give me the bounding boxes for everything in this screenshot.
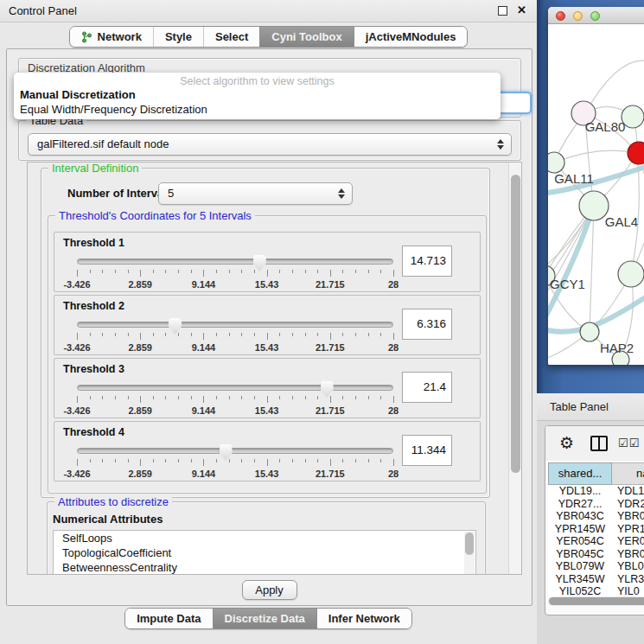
table-row[interactable]: YBR043CYBR0: [548, 510, 644, 523]
table-row[interactable]: YDR27...YDR2: [548, 498, 644, 511]
close-icon[interactable]: ✕: [517, 3, 526, 16]
node-label: GAL11: [554, 171, 594, 186]
tab-impute-data[interactable]: Impute Data: [125, 609, 212, 628]
minimize-traffic-light-icon[interactable]: [573, 11, 583, 21]
checkbox-icons[interactable]: ☑☑: [618, 437, 640, 450]
cell-shared-name[interactable]: YDR27...: [548, 498, 612, 511]
cell-shared-name[interactable]: YLR345W: [548, 573, 612, 586]
threshold-value-field[interactable]: 14.713: [402, 245, 452, 277]
tick-label: 15.43: [255, 469, 279, 479]
tab-infer-network[interactable]: Infer Network: [316, 609, 411, 628]
tick-mark: [355, 333, 356, 336]
cell-shared-name[interactable]: YIL052C: [548, 585, 612, 596]
numerical-attributes-list[interactable]: SelfLoopsTopologicalCoefficientBetweenne…: [53, 530, 476, 575]
table-row[interactable]: YPR145WYPR1: [548, 523, 644, 536]
cell-shared-name[interactable]: YDL19...: [548, 485, 612, 498]
table-row[interactable]: YLR345WYLR3: [548, 573, 644, 586]
network-nodes[interactable]: [548, 101, 644, 365]
number-of-intervals-combobox[interactable]: 5: [158, 182, 353, 205]
tick-mark: [203, 270, 204, 277]
tick-mark: [254, 270, 255, 273]
threshold-value-field[interactable]: 21.4: [402, 372, 452, 403]
cell-name[interactable]: YBL0: [612, 560, 644, 573]
threshold-value-field[interactable]: 6.316: [402, 309, 452, 340]
attributes-group: Attributes to discretize Numerical Attri…: [47, 501, 486, 575]
cell-name[interactable]: YBR0: [612, 510, 644, 523]
cell-shared-name[interactable]: YER054C: [548, 535, 612, 548]
algorithm-combobox[interactable]: [495, 92, 532, 114]
node-hap2[interactable]: [580, 322, 599, 341]
slider-track[interactable]: [77, 448, 393, 454]
table-row[interactable]: YBL079WYBL0: [548, 560, 644, 573]
float-window-icon[interactable]: [498, 6, 507, 16]
table-row[interactable]: YDL19...YDL1: [548, 485, 644, 498]
tick-mark: [165, 459, 166, 462]
vertical-scrollbar-thumb[interactable]: [511, 175, 520, 473]
slider-tick-labels: -3.4262.8599.14415.4321.71528: [77, 279, 393, 290]
control-panel-titlebar: Control Panel ✕: [0, 0, 537, 22]
slider-track[interactable]: [77, 258, 393, 265]
slider-track[interactable]: [77, 385, 393, 391]
tick-mark: [380, 396, 381, 399]
tab-select[interactable]: Select: [203, 27, 259, 47]
tick-mark: [292, 459, 293, 462]
cell-shared-name[interactable]: YBL079W: [548, 560, 612, 573]
slider-track[interactable]: [77, 322, 393, 328]
node-right[interactable]: [618, 261, 644, 287]
attribute-list-item[interactable]: BetweennessCentrality: [54, 560, 475, 575]
threshold-slider[interactable]: -3.4262.8599.14415.4321.71528: [77, 381, 393, 416]
cell-name[interactable]: YBR0: [612, 548, 644, 561]
threshold-slider[interactable]: -3.4262.8599.14415.4321.71528: [77, 255, 393, 290]
algorithm-option[interactable]: Manual Discretization: [14, 87, 501, 102]
tab-jactivemnodules[interactable]: jActiveMNodules: [354, 27, 468, 47]
list-scrollbar-thumb[interactable]: [465, 532, 474, 555]
split-columns-icon[interactable]: [590, 436, 608, 451]
tick-mark: [241, 270, 242, 273]
close-traffic-light-icon[interactable]: [556, 11, 565, 21]
cell-name[interactable]: YER0: [612, 535, 644, 548]
node-gal11[interactable]: [548, 152, 564, 173]
cell-name[interactable]: YPR1: [612, 523, 644, 536]
cell-shared-name[interactable]: YPR145W: [548, 523, 612, 536]
threshold-label: Threshold 4: [63, 426, 124, 438]
vertical-scrollbar[interactable]: [508, 163, 521, 574]
tab-network[interactable]: Network: [70, 27, 153, 47]
slider-tick-labels: -3.4262.8599.14415.4321.71528: [77, 342, 393, 353]
cell-name[interactable]: YIL0: [612, 585, 644, 596]
table-row[interactable]: YER054CYER0: [548, 535, 644, 548]
column-header-shared-name[interactable]: shared...: [548, 462, 612, 485]
zoom-traffic-light-icon[interactable]: [590, 11, 600, 21]
tab-style[interactable]: Style: [153, 27, 203, 47]
table-row[interactable]: YBR045CYBR0: [548, 548, 644, 561]
cell-shared-name[interactable]: YBR043C: [548, 510, 612, 523]
cell-name[interactable]: YDR2: [612, 498, 644, 511]
apply-button[interactable]: Apply: [242, 580, 297, 600]
column-header-name[interactable]: na: [612, 462, 644, 485]
threshold-slider[interactable]: -3.4262.8599.14415.4321.71528: [77, 444, 393, 479]
network-canvas[interactable]: GAL80 GAL11 GAL4 GCY1 HAP2 G C H: [548, 24, 644, 365]
threshold-slider[interactable]: -3.4262.8599.14415.4321.71528: [77, 318, 393, 353]
list-scrollbar[interactable]: [464, 532, 475, 575]
tab-discretize-data[interactable]: Discretize Data: [213, 609, 316, 628]
horizontal-scrollbar[interactable]: [548, 596, 644, 606]
table-row[interactable]: YIL052CYIL0: [548, 585, 644, 596]
tick-mark: [165, 270, 166, 273]
cell-name[interactable]: YDL1: [612, 485, 644, 498]
cell-shared-name[interactable]: YBR045C: [548, 548, 612, 561]
tick-label: 15.43: [255, 279, 279, 290]
cell-name[interactable]: YLR3: [612, 573, 644, 586]
tab-cyni-toolbox[interactable]: Cyni Toolbox: [259, 27, 353, 47]
tab-label: Discretize Data: [225, 612, 305, 625]
horizontal-scrollbar-thumb[interactable]: [549, 597, 644, 605]
attribute-list-item[interactable]: SelfLoops: [54, 531, 475, 545]
gear-icon[interactable]: ⚙: [559, 433, 574, 453]
attribute-list-item[interactable]: TopologicalCoefficient: [54, 545, 475, 560]
table-data-combobox[interactable]: galFiltered.sif default node: [28, 133, 512, 156]
algorithm-placeholder-option[interactable]: Select algorithm to view settings: [14, 73, 501, 87]
algorithm-option[interactable]: Equal Width/Frequency Discretization: [14, 102, 501, 117]
tick-mark: [330, 333, 331, 340]
network-view-window[interactable]: GAL80 GAL11 GAL4 GCY1 HAP2 G C H: [548, 7, 644, 365]
network-icon: [81, 31, 92, 43]
tick-mark: [90, 333, 91, 336]
threshold-value-field[interactable]: 11.344: [402, 435, 452, 466]
